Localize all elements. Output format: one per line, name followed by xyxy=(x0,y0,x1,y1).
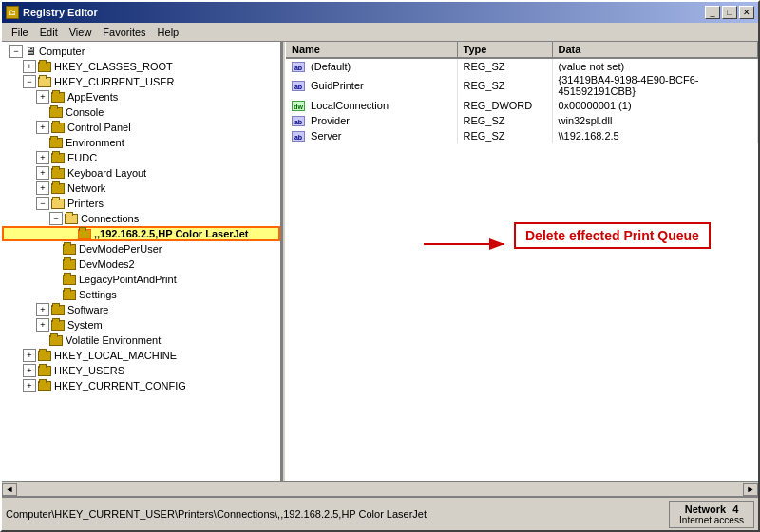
app-icon: 🗂 xyxy=(6,6,19,19)
tree-item-settings[interactable]: Settings xyxy=(2,287,280,302)
expand-controlpanel[interactable]: + xyxy=(36,121,49,134)
folder-icon-hkcu xyxy=(38,77,51,87)
table-row[interactable]: ab Server REG_SZ \\192.168.2.5 xyxy=(286,128,758,143)
folder-icon-volatile xyxy=(49,335,63,346)
tree-item-devmodes2[interactable]: DevModes2 xyxy=(2,256,280,272)
expand-hkcc[interactable]: + xyxy=(23,379,36,392)
type-icon-ab3: ab xyxy=(292,116,305,126)
close-button[interactable]: ✕ xyxy=(739,6,754,19)
table-row[interactable]: ab Provider REG_SZ win32spl.dll xyxy=(286,113,758,128)
maximize-button[interactable]: □ xyxy=(722,6,737,19)
main-content: − 🖥 Computer + HKEY_CLASSES_ROOT − HKEY_… xyxy=(2,42,758,481)
folder-icon-eudc xyxy=(51,153,65,163)
tree-item-eudc[interactable]: + EUDC xyxy=(2,150,280,165)
expand-system[interactable]: + xyxy=(36,318,49,332)
folder-icon-devmodeperuser xyxy=(63,244,76,255)
expand-eudc[interactable]: + xyxy=(36,151,49,164)
folder-icon-system xyxy=(51,320,65,331)
right-pane: Name Type Data ab (Default) REG_SZ (valu… xyxy=(286,42,758,481)
col-data: Data xyxy=(552,42,758,58)
status-bar: Computer\HKEY_CURRENT_USER\Printers\Conn… xyxy=(2,496,758,530)
folder-icon-keyboard xyxy=(51,168,65,179)
tree-item-devmodeperuser[interactable]: DevModePerUser xyxy=(2,241,280,256)
tree-item-network[interactable]: + Network xyxy=(2,180,280,196)
folder-icon-connections xyxy=(65,214,78,224)
expand-network[interactable]: + xyxy=(36,181,49,195)
menu-favorites[interactable]: Favorites xyxy=(97,25,151,40)
expand-hku[interactable]: + xyxy=(23,364,36,377)
title-bar: 🗂 Registry Editor _ □ ✕ xyxy=(2,2,758,23)
folder-icon-hp-printer xyxy=(78,229,91,239)
table-row[interactable]: ab GuidPrinter REG_SZ {31419BA4-9198-4E9… xyxy=(286,73,758,98)
folder-icon-legacy xyxy=(63,275,76,285)
type-icon-ab2: ab xyxy=(292,81,305,91)
folder-icon-hku xyxy=(38,366,51,376)
folder-icon-environment xyxy=(49,138,63,148)
tree-item-printers[interactable]: − Printers xyxy=(2,196,280,211)
tree-item-keyboard[interactable]: + Keyboard Layout xyxy=(2,165,280,180)
expand-software[interactable]: + xyxy=(36,303,49,316)
folder-icon-hkcc xyxy=(38,381,51,391)
expand-printers[interactable]: − xyxy=(36,197,49,210)
registry-table: Name Type Data ab (Default) REG_SZ (valu… xyxy=(286,42,758,143)
tree-item-console[interactable]: Console xyxy=(2,104,280,120)
menu-help[interactable]: Help xyxy=(152,25,185,40)
scroll-left-btn[interactable]: ◄ xyxy=(2,483,17,496)
type-icon-dword: dw xyxy=(292,101,305,111)
type-icon-ab: ab xyxy=(292,62,305,72)
horizontal-scrollbar[interactable]: ◄ ► xyxy=(2,481,758,496)
menu-file[interactable]: File xyxy=(6,25,34,40)
folder-icon-devmodes2 xyxy=(63,259,76,270)
folder-icon-settings xyxy=(63,290,76,300)
tree-item-appevents[interactable]: + AppEvents xyxy=(2,89,280,104)
tree-item-computer[interactable]: − 🖥 Computer xyxy=(2,44,280,59)
scroll-right-btn[interactable]: ► xyxy=(743,483,758,496)
folder-icon-controlpanel xyxy=(51,123,65,133)
tree-item-legacypointandprint[interactable]: LegacyPointAndPrint xyxy=(2,272,280,287)
tree-item-hkcc[interactable]: + HKEY_CURRENT_CONFIG xyxy=(2,378,280,393)
tree-item-hkcu[interactable]: − HKEY_CURRENT_USER xyxy=(2,74,280,89)
tree-item-controlpanel[interactable]: + Control Panel xyxy=(2,120,280,135)
tree-item-hkcr[interactable]: + HKEY_CLASSES_ROOT xyxy=(2,59,280,74)
annotation-text: Delete effected Print Queue xyxy=(514,222,711,249)
expand-hkcu[interactable]: − xyxy=(23,75,36,88)
folder-icon-appevents xyxy=(51,92,65,103)
status-path: Computer\HKEY_CURRENT_USER\Printers\Conn… xyxy=(6,508,669,520)
expand-hkcr[interactable]: + xyxy=(23,60,36,73)
annotation-arrow-svg xyxy=(419,230,514,258)
tree-item-software[interactable]: + Software xyxy=(2,302,280,317)
folder-icon-console xyxy=(49,107,63,118)
window-title: Registry Editor xyxy=(23,7,98,18)
expand-keyboard[interactable]: + xyxy=(36,166,49,180)
network-status: Network 4 Internet access xyxy=(669,501,754,528)
menu-view[interactable]: View xyxy=(64,25,98,40)
tree-pane[interactable]: − 🖥 Computer + HKEY_CLASSES_ROOT − HKEY_… xyxy=(2,42,282,481)
folder-icon-hkcr xyxy=(38,62,51,72)
tree-item-hp-printer[interactable]: ,,192.168.2.5,HP Color LaserJet xyxy=(2,226,280,241)
menu-bar: File Edit View Favorites Help xyxy=(2,23,758,42)
tree-item-hku[interactable]: + HKEY_USERS xyxy=(2,363,280,378)
folder-icon-software xyxy=(51,305,65,315)
expand-connections[interactable]: − xyxy=(49,212,63,225)
type-icon-ab4: ab xyxy=(292,131,305,142)
tree-item-volatile[interactable]: Volatile Environment xyxy=(2,332,280,348)
folder-icon-hklm xyxy=(38,351,51,361)
tree-item-system[interactable]: + System xyxy=(2,317,280,332)
folder-icon-network xyxy=(51,183,65,194)
tree-item-connections[interactable]: − Connections xyxy=(2,211,280,226)
col-name: Name xyxy=(286,42,457,58)
expand-appevents[interactable]: + xyxy=(36,90,49,104)
folder-icon-printers xyxy=(51,199,65,209)
expand-computer[interactable]: − xyxy=(10,45,23,58)
menu-edit[interactable]: Edit xyxy=(34,25,64,40)
expand-hklm[interactable]: + xyxy=(23,349,36,362)
minimize-button[interactable]: _ xyxy=(705,6,720,19)
col-type: Type xyxy=(457,42,552,58)
tree-item-hklm[interactable]: + HKEY_LOCAL_MACHINE xyxy=(2,348,280,363)
table-row[interactable]: ab (Default) REG_SZ (value not set) xyxy=(286,58,758,73)
table-row[interactable]: dw LocalConnection REG_DWORD 0x00000001 … xyxy=(286,98,758,113)
registry-editor-window: 🗂 Registry Editor _ □ ✕ File Edit View F… xyxy=(0,0,760,532)
tree-item-environment[interactable]: Environment xyxy=(2,135,280,150)
